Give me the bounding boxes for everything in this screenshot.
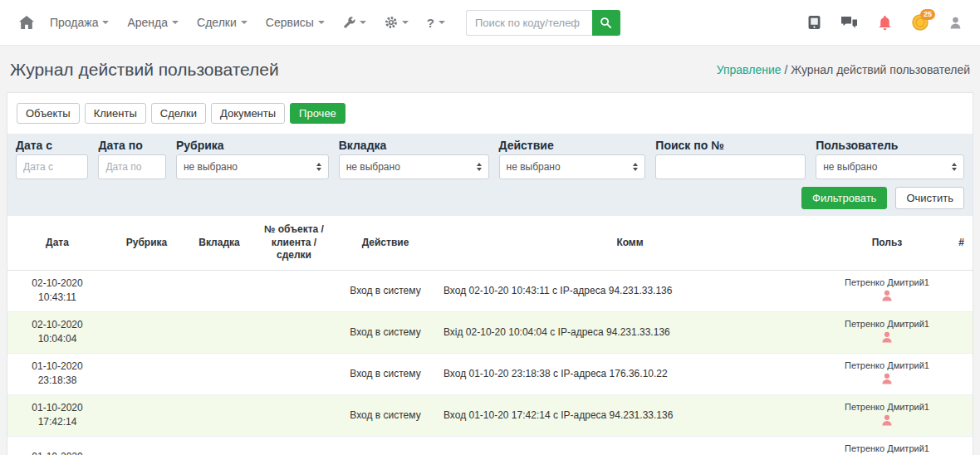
- cell-user: Петренко Дмитрий1: [825, 436, 949, 455]
- header-user: Польз: [825, 216, 949, 270]
- clear-button[interactable]: Очистить: [895, 187, 964, 209]
- messages-button[interactable]: [840, 16, 858, 30]
- cell-object: [252, 394, 336, 436]
- rubric-select-value: не выбрано: [184, 161, 238, 173]
- header-number: #: [949, 216, 973, 270]
- cell-comment: Вход 02-10-20 10:43:11 с IP-адреса 94.23…: [435, 270, 825, 311]
- tab-item[interactable]: Объекты: [17, 103, 80, 124]
- search-icon: [600, 17, 612, 29]
- balance-button[interactable]: 25: [912, 14, 929, 31]
- chevron-down-icon: [439, 21, 445, 24]
- cell-rubric: [107, 353, 186, 394]
- table-row: 02-10-202010:04:04Вход в системуВхід 02-…: [7, 311, 973, 353]
- action-label: Действие: [499, 139, 646, 152]
- cell-action: [336, 436, 435, 455]
- date-from-label: Дата с: [16, 139, 88, 152]
- action-select[interactable]: не выбрано: [499, 154, 646, 179]
- date-from-input[interactable]: [16, 154, 88, 179]
- nav-menu-item[interactable]: Продажа: [41, 16, 118, 29]
- search-button[interactable]: [592, 10, 620, 36]
- sort-arrows-icon: [316, 163, 321, 171]
- table-header-row: Дата Рубрика Вкладка № объекта / клиента…: [7, 216, 973, 270]
- search-form: [466, 10, 620, 36]
- cell-tab: [186, 270, 252, 311]
- cell-tab: [186, 311, 252, 353]
- cell-user: Петренко Дмитрий1: [825, 353, 949, 394]
- breadcrumb-current: Журнал действий пользователей: [791, 63, 970, 76]
- navbar-icons: 25: [808, 14, 968, 31]
- wrench-icon: [343, 17, 355, 29]
- cell-date: 01-10-202023:18:38: [7, 353, 107, 394]
- person-icon[interactable]: [880, 330, 894, 344]
- filters-bar: Дата с Дата по Рубрика не выбрано Вкладк…: [7, 134, 973, 216]
- top-navbar: ПродажаАрендаСделкиСервисы ? 25: [0, 0, 980, 46]
- chevron-down-icon: [318, 21, 325, 24]
- cell-object: [252, 311, 336, 353]
- breadcrumb: Управление / Журнал действий пользовател…: [717, 63, 970, 76]
- header-tab: Вкладка: [186, 216, 252, 270]
- home-button[interactable]: [12, 16, 41, 29]
- breadcrumb-link-management[interactable]: Управление: [717, 63, 782, 76]
- cell-date: 01-10-2020: [7, 436, 107, 455]
- cell-rubric: [107, 270, 186, 311]
- chevron-down-icon: [241, 21, 247, 24]
- tab-item[interactable]: Клиенты: [85, 103, 146, 124]
- user-select[interactable]: не выбрано: [816, 154, 964, 179]
- person-icon[interactable]: [880, 413, 894, 427]
- cell-number: [949, 353, 973, 394]
- cell-date: 01-10-202017:42:14: [7, 394, 107, 436]
- table-row: 01-10-202017:42:14Вход в системуВход 01-…: [7, 394, 973, 436]
- person-icon[interactable]: [880, 372, 894, 385]
- journal-button[interactable]: [808, 15, 821, 30]
- nav-menu-label: Сделки: [197, 16, 237, 29]
- nav-menu-item[interactable]: Аренда: [118, 16, 188, 29]
- nav-menu-label: Сервисы: [266, 16, 314, 29]
- cell-action: Вход в систему: [336, 311, 435, 353]
- cell-date: 02-10-202010:04:04: [7, 311, 107, 353]
- filter-tab: Вкладка не выбрано: [339, 139, 489, 179]
- date-to-input[interactable]: [98, 154, 165, 179]
- settings-menu[interactable]: [375, 16, 418, 29]
- cell-action: Вход в систему: [336, 270, 435, 311]
- cell-rubric: [107, 394, 186, 436]
- cell-tab: [186, 436, 252, 455]
- nav-menu-item[interactable]: Сделки: [188, 16, 257, 29]
- number-input[interactable]: [655, 154, 806, 179]
- user-name: Петренко Дмитрий1: [830, 360, 944, 370]
- tab-item[interactable]: Сделки: [151, 103, 206, 124]
- tab-select[interactable]: не выбрано: [339, 154, 489, 179]
- filter-button[interactable]: Фильтровать: [801, 187, 887, 209]
- cell-number: [949, 394, 973, 436]
- user-label: Пользователь: [816, 139, 964, 152]
- cell-number: [949, 311, 973, 353]
- rubric-select[interactable]: не выбрано: [176, 154, 329, 179]
- cell-user: Петренко Дмитрий1: [825, 270, 949, 311]
- chevron-down-icon: [360, 21, 366, 24]
- tab-item[interactable]: Документы: [211, 103, 285, 124]
- search-input[interactable]: [466, 10, 592, 36]
- cell-user: Петренко Дмитрий1: [825, 311, 949, 353]
- help-menu[interactable]: ?: [418, 16, 454, 30]
- notifications-button[interactable]: [878, 15, 892, 31]
- nav-menu-item[interactable]: Сервисы: [257, 16, 334, 29]
- cell-date: 02-10-202010:43:11: [7, 270, 107, 311]
- person-icon[interactable]: [880, 289, 894, 302]
- tab-active[interactable]: Прочее: [290, 103, 345, 124]
- profile-button[interactable]: [948, 16, 963, 30]
- bell-icon: [878, 15, 892, 31]
- sort-arrows-icon: [633, 163, 638, 171]
- log-table: Дата Рубрика Вкладка № объекта / клиента…: [7, 216, 973, 455]
- chat-icon: [840, 16, 858, 30]
- tools-menu[interactable]: [334, 17, 375, 29]
- cell-tab: [186, 353, 252, 394]
- coin-badge: 25: [920, 9, 935, 20]
- home-icon: [19, 16, 34, 29]
- tab-select-value: не выбрано: [346, 161, 400, 173]
- cell-user: Петренко Дмитрий1: [825, 394, 949, 436]
- header-rubric: Рубрика: [107, 216, 186, 270]
- cell-action: Вход в систему: [336, 353, 435, 394]
- nav-menu-label: Аренда: [127, 16, 168, 29]
- action-select-value: не выбрано: [507, 161, 561, 173]
- user-name: Петренко Дмитрий1: [830, 319, 944, 329]
- filters-actions: Фильтровать Очистить: [16, 187, 964, 209]
